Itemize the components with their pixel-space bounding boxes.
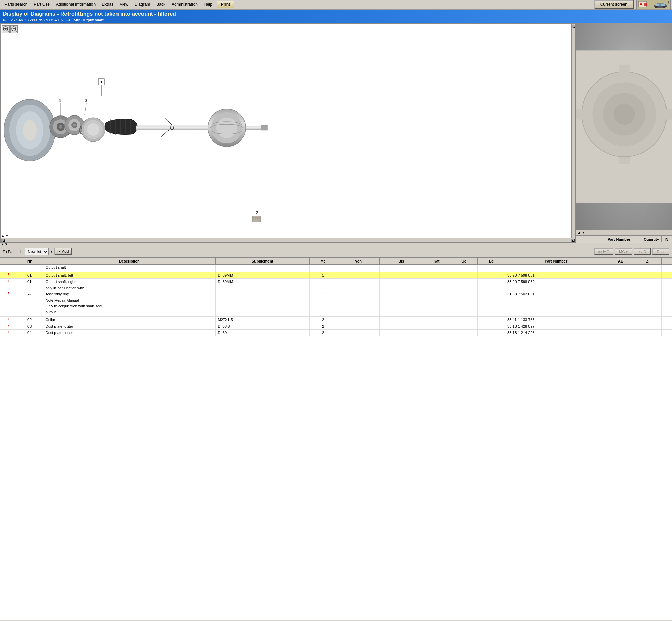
nav-mg-next[interactable]: MG » — [615, 248, 632, 255]
text-icon-box[interactable]: A — [636, 0, 650, 9]
info-icon[interactable]: i — [8, 292, 9, 296]
svg-rect-76 — [619, 65, 630, 72]
row-kat — [423, 309, 450, 315]
menu-print[interactable]: Print — [217, 1, 234, 8]
dropdown-arrow-icon[interactable]: ▼ — [50, 249, 53, 253]
info-icon[interactable]: i — [8, 330, 9, 335]
table-row[interactable]: i01Output shaft, rightD=39MM133 20 7 598… — [0, 279, 672, 285]
table-row[interactable]: i04Dust plate, innerD=60233 13 1 214 298 — [0, 330, 672, 336]
svg-rect-79 — [665, 109, 672, 120]
row-kat — [423, 317, 450, 323]
row-nr: — — [16, 265, 43, 270]
rpt-col-empty — [576, 236, 597, 242]
row-le — [478, 272, 505, 279]
row-kat — [423, 330, 450, 336]
new-list-select[interactable]: New list — [25, 248, 49, 255]
row-nr: 02 — [16, 317, 43, 323]
row-ae — [607, 297, 634, 303]
scrollbar-up[interactable]: ▲ — [572, 25, 575, 28]
row-icon: i — [0, 272, 16, 279]
current-screen-button[interactable]: Current screen — [594, 0, 634, 9]
menu-help[interactable]: Help — [201, 1, 215, 8]
row-desc: Output shaft, left — [43, 272, 215, 279]
table-row[interactable]: Note Repair Manual — [0, 297, 672, 303]
row-kat — [423, 265, 450, 270]
row-desc: Output shaft — [43, 265, 215, 270]
svg-rect-78 — [576, 109, 584, 120]
nav-d-next[interactable]: D »» — [652, 248, 669, 255]
row-von — [337, 303, 380, 309]
row-supp — [215, 309, 309, 315]
diagram-scrollbar[interactable]: ▲ ▼ — [571, 24, 575, 242]
menu-diagram[interactable]: Diagram — [132, 1, 153, 8]
row-bis — [380, 323, 423, 330]
parts-table-container[interactable]: Nr Description Supplement Me Von Bis Kat… — [0, 258, 672, 620]
row-nr — [16, 309, 43, 315]
splitter[interactable]: ▲ ▼ — [0, 243, 672, 245]
right-panel-image — [576, 23, 672, 230]
to-parts-list-label: To Parts List — [3, 249, 24, 254]
row-von — [337, 265, 380, 270]
row-ae — [607, 309, 634, 315]
table-row[interactable]: Only in conjunction with shaft seal, — [0, 303, 672, 309]
row-le — [478, 291, 505, 297]
row-ge — [450, 330, 478, 336]
row-desc: output — [43, 309, 215, 315]
th-desc: Description — [43, 258, 215, 265]
menu-administration[interactable]: Administration — [169, 1, 201, 8]
row-zi — [634, 279, 662, 285]
info-icon[interactable]: i — [8, 273, 9, 278]
row-nr: 01 — [16, 279, 43, 285]
row-nr — [16, 297, 43, 303]
svg-text:2: 2 — [256, 210, 258, 215]
nav-d-prev[interactable]: «« D — [634, 248, 651, 255]
row-supp: D=39MM — [215, 279, 309, 285]
zoom-in-button[interactable] — [2, 25, 10, 33]
nav-mg-prev[interactable]: «« MG — [594, 248, 613, 255]
table-header-row: Nr Description Supplement Me Von Bis Kat… — [0, 258, 672, 265]
table-row[interactable]: output — [0, 309, 672, 315]
car-icon-box[interactable] — [650, 0, 671, 9]
row-ae — [607, 291, 634, 297]
row-bis — [380, 285, 423, 291]
bottom-section: To Parts List New list ▼ ✓ Add «« MG MG … — [0, 245, 672, 620]
info-icon[interactable]: i — [8, 279, 9, 284]
row-me: 2 — [309, 323, 337, 330]
info-icon[interactable]: i — [8, 317, 9, 322]
th-pn: Part Number — [505, 258, 607, 265]
row-le — [478, 303, 505, 309]
menu-additional-information[interactable]: Additional Information — [53, 1, 99, 8]
add-button[interactable]: ✓ Add — [54, 248, 72, 255]
menu-parts-search[interactable]: Parts search — [1, 1, 30, 8]
row-icon — [0, 309, 16, 315]
row-pn — [505, 265, 607, 270]
row-pn: 33 20 7 598 031 — [505, 272, 607, 279]
svg-rect-7 — [661, 4, 665, 6]
row-kat — [423, 297, 450, 303]
menu-view[interactable]: View — [116, 1, 132, 8]
row-ge — [450, 317, 478, 323]
row-von — [337, 297, 380, 303]
diagram-scrollbar-h[interactable]: ◄ ► ▲ ▼ — [1, 238, 575, 242]
table-row[interactable]: i01Output shaft, leftD=39MM133 20 7 598 … — [0, 272, 672, 279]
svg-text:4: 4 — [59, 98, 61, 103]
svg-line-11 — [7, 31, 9, 32]
row-pn: 33 13 1 428 097 — [505, 323, 607, 330]
table-row[interactable]: i--Assembly ring131 53 7 502 681 — [0, 291, 672, 297]
row-supp: D=60 — [215, 330, 309, 336]
info-icon[interactable]: i — [8, 324, 9, 329]
scrollbar-right[interactable]: ► — [571, 239, 575, 242]
row-icon: i — [0, 279, 16, 285]
row-ge — [450, 323, 478, 330]
menu-part-use[interactable]: Part Use — [30, 1, 53, 8]
table-row[interactable]: only in conjunction with — [0, 285, 672, 291]
page-subtitle: X3 F25 SAV X3 28iX N52N USA L N: 33_1582… — [3, 18, 669, 22]
table-row[interactable]: i03Dust plate, outerD=68,8233 13 1 428 0… — [0, 323, 672, 330]
table-row[interactable]: —Output shaft — [0, 265, 672, 270]
table-row[interactable]: i02Collar nutM27X1,5233 41 1 133 785 — [0, 317, 672, 323]
menu-extras[interactable]: Extras — [99, 1, 116, 8]
menu-back[interactable]: Back — [153, 1, 169, 8]
zoom-out-button[interactable] — [10, 25, 18, 33]
scrollbar-left[interactable]: ◄ — [1, 239, 5, 242]
row-von — [337, 279, 380, 285]
